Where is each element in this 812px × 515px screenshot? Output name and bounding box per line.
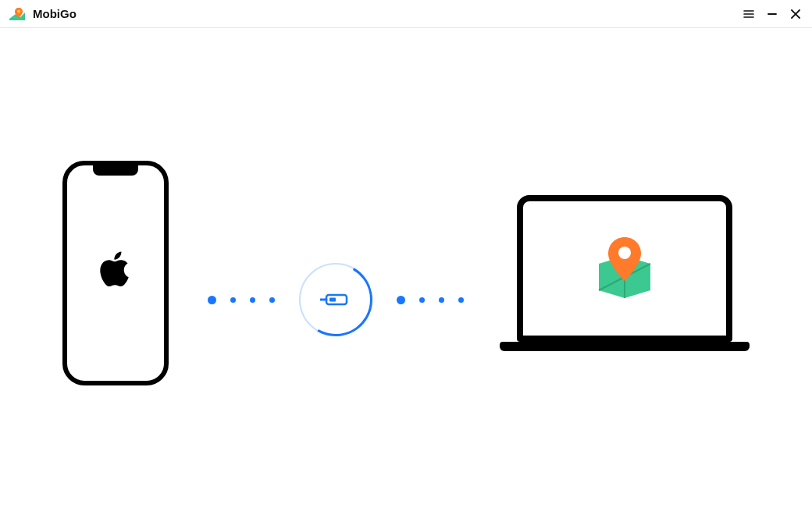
dot-icon bbox=[439, 297, 444, 303]
app-title: MobiGo bbox=[33, 7, 77, 20]
usb-cable-icon bbox=[320, 292, 351, 307]
svg-rect-10 bbox=[326, 295, 347, 304]
titlebar: MobiGo bbox=[0, 0, 812, 28]
dot-icon bbox=[458, 297, 464, 303]
main-content bbox=[0, 28, 812, 515]
dots-right bbox=[397, 296, 464, 304]
minimize-button[interactable] bbox=[760, 2, 784, 26]
hamburger-menu-icon bbox=[743, 8, 755, 20]
svg-rect-11 bbox=[329, 298, 336, 302]
app-logo-icon bbox=[8, 5, 27, 23]
close-icon bbox=[789, 8, 802, 20]
minimize-icon bbox=[766, 8, 778, 20]
dot-icon bbox=[230, 297, 236, 303]
connection-indicator bbox=[208, 268, 464, 331]
titlebar-controls bbox=[737, 2, 807, 26]
cable-status-circle bbox=[299, 263, 372, 336]
dot-icon bbox=[208, 296, 216, 304]
laptop-illustration bbox=[500, 195, 750, 351]
phone-notch bbox=[93, 165, 138, 176]
dots-left bbox=[208, 296, 275, 304]
dot-icon bbox=[419, 297, 425, 303]
location-pin-map-icon bbox=[594, 234, 655, 303]
dot-icon bbox=[397, 296, 405, 304]
phone-illustration bbox=[62, 161, 169, 385]
close-button[interactable] bbox=[784, 2, 807, 26]
phone-body bbox=[62, 161, 169, 385]
svg-point-14 bbox=[618, 247, 631, 259]
svg-point-2 bbox=[17, 9, 20, 12]
titlebar-left: MobiGo bbox=[8, 5, 77, 23]
laptop-screen bbox=[517, 195, 732, 342]
dot-icon bbox=[269, 297, 275, 303]
menu-button[interactable] bbox=[737, 2, 760, 26]
apple-logo-icon bbox=[99, 250, 132, 292]
dot-icon bbox=[250, 297, 255, 303]
laptop-base bbox=[500, 342, 750, 351]
